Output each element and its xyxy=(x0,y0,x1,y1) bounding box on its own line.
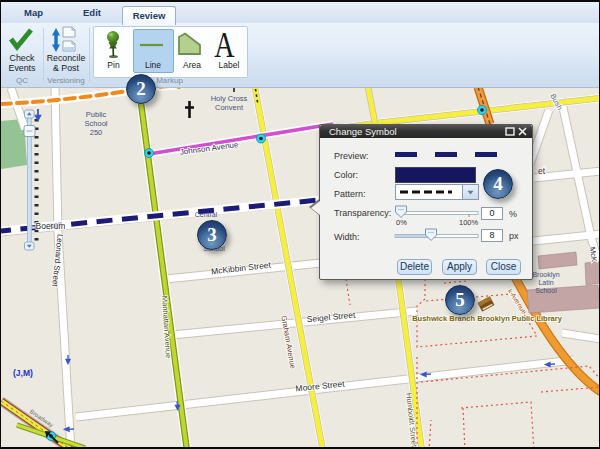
svg-text:McK: McK xyxy=(588,247,599,263)
svg-text:Bushwick Branch Brooklyn Publi: Bushwick Branch Brooklyn Public Library xyxy=(412,314,562,323)
svg-text:Latin: Latin xyxy=(538,279,553,286)
svg-text:School: School xyxy=(85,119,108,128)
svg-text:Central: Central xyxy=(195,211,218,218)
svg-text:(J,M): (J,M) xyxy=(13,368,33,378)
svg-text:Convent: Convent xyxy=(215,103,244,112)
svg-text:Brooklyn: Brooklyn xyxy=(532,271,559,279)
svg-text:School: School xyxy=(535,287,557,294)
svg-text:250: 250 xyxy=(90,128,103,137)
svg-text:et: et xyxy=(538,166,546,176)
svg-text:Public: Public xyxy=(86,110,107,119)
